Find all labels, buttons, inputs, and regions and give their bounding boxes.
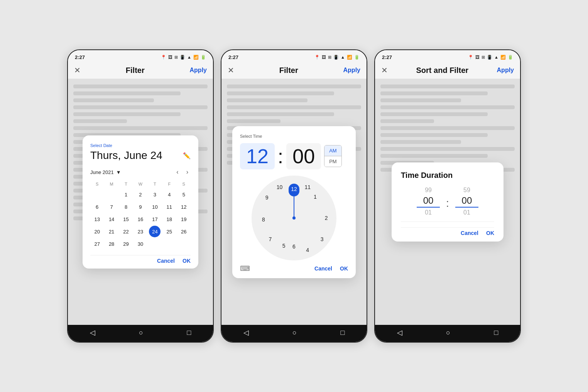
duration-row: 99 00 01 : 59 00 01 (401, 187, 494, 216)
cal-day-11[interactable]: 11 (164, 201, 175, 213)
cal-day-15[interactable]: 15 (120, 213, 132, 225)
time-cancel-button[interactable]: Cancel (314, 265, 332, 272)
time-ok-button[interactable]: OK (340, 265, 348, 272)
cal-day-24-selected[interactable]: 24 (149, 226, 161, 237)
calendar-dialog-actions: Cancel OK (90, 255, 191, 264)
prev-month-button[interactable]: ‹ (174, 168, 181, 176)
clock-num-11[interactable]: 11 (304, 184, 311, 190)
status-time-3: 2:27 (382, 54, 392, 60)
clock-num-2[interactable]: 2 (325, 215, 328, 221)
cal-day-22[interactable]: 22 (120, 226, 132, 237)
select-time-label: Select Time (240, 134, 348, 139)
signal-icon-2: 📶 (347, 55, 352, 60)
duration-value-minutes[interactable]: 00 (455, 195, 478, 208)
cal-day-20[interactable]: 20 (91, 226, 103, 237)
clock-num-4[interactable]: 4 (306, 247, 309, 253)
day-header-m: M (105, 180, 118, 188)
month-year-label[interactable]: June 2021 ▼ (90, 169, 121, 175)
close-button-2[interactable]: ✕ (228, 66, 234, 75)
cal-day-5[interactable]: 5 (178, 189, 189, 200)
cal-day-30[interactable]: 30 (135, 238, 146, 250)
cal-day-19[interactable]: 19 (178, 213, 189, 225)
day-header-w: W (133, 180, 147, 188)
am-button[interactable]: AM (324, 145, 341, 156)
time-hours-input[interactable]: 12 (240, 143, 275, 169)
cal-day-1[interactable]: 1 (120, 189, 132, 200)
cal-day-9[interactable]: 9 (135, 201, 146, 213)
recents-icon-2[interactable]: □ (340, 329, 345, 337)
cal-day-14[interactable]: 14 (106, 213, 117, 225)
battery-icon-3: 🔋 (508, 55, 513, 60)
duration-below-hours: 01 (425, 209, 432, 216)
clock-num-6[interactable]: 6 (292, 243, 296, 250)
back-icon-2[interactable]: ◁ (243, 328, 249, 337)
cal-day-12[interactable]: 12 (178, 201, 189, 213)
cal-day-13[interactable]: 13 (91, 213, 103, 225)
cal-day-10[interactable]: 10 (149, 201, 161, 213)
cal-day-2[interactable]: 2 (135, 189, 146, 200)
close-button-1[interactable]: ✕ (74, 66, 81, 75)
cal-day-empty (149, 238, 161, 250)
close-button-3[interactable]: ✕ (381, 66, 388, 75)
home-icon-1[interactable]: ○ (139, 329, 143, 337)
calendar-dialog: Select Date Thurs, June 24 ✏️ June 2021 … (83, 135, 198, 269)
apply-button-2[interactable]: Apply (343, 67, 360, 74)
pm-button[interactable]: PM (324, 156, 341, 167)
clock-num-7[interactable]: 7 (269, 236, 272, 242)
time-minutes-input[interactable]: 00 (286, 143, 321, 169)
recents-icon-3[interactable]: □ (494, 329, 498, 337)
duration-above-minutes: 59 (463, 187, 470, 194)
back-icon-3[interactable]: ◁ (397, 328, 402, 337)
cal-day-empty (178, 238, 189, 250)
duration-cancel-button[interactable]: Cancel (461, 230, 478, 236)
cal-day-4[interactable]: 4 (164, 189, 175, 200)
apply-button-1[interactable]: Apply (190, 67, 207, 74)
keyboard-icon[interactable]: ⌨ (240, 264, 250, 273)
vibrate-icon-3: 📳 (487, 55, 492, 60)
battery-icon: 🔋 (201, 55, 206, 60)
home-icon-2[interactable]: ○ (292, 329, 297, 337)
cal-day-25[interactable]: 25 (164, 226, 175, 237)
clock-num-10[interactable]: 10 (277, 184, 283, 190)
next-month-button[interactable]: › (184, 168, 191, 176)
calendar-cancel-button[interactable]: Cancel (157, 258, 175, 264)
cal-day-23[interactable]: 23 (135, 226, 146, 237)
clock-num-5[interactable]: 5 (282, 243, 286, 249)
cal-day-17[interactable]: 17 (149, 213, 161, 225)
cal-day-27[interactable]: 27 (91, 238, 103, 250)
day-header-s1: S (90, 180, 104, 188)
status-icons-1: 📍 🖼 ⊞ 📳 ▲ 📶 🔋 (161, 55, 206, 60)
calendar-ok-button[interactable]: OK (182, 258, 191, 264)
edit-icon[interactable]: ✏️ (183, 152, 191, 159)
phone-sort-filter: 2:27 📍 🖼 ⊞ 📳 ▲ 📶 🔋 ✕ Sort and Filter App… (374, 49, 521, 343)
status-bar-2: 2:27 📍 🖼 ⊞ 📳 ▲ 📶 🔋 (221, 50, 367, 63)
back-icon-1[interactable]: ◁ (90, 328, 95, 337)
time-dialog-overlay: Select Time 12 : 00 AM PM (221, 79, 367, 325)
cal-day-29[interactable]: 29 (120, 238, 132, 250)
select-date-label: Select Date (90, 143, 191, 148)
cal-day-28[interactable]: 28 (106, 238, 117, 250)
image-icon: 🖼 (168, 55, 172, 59)
home-icon-3[interactable]: ○ (446, 329, 450, 337)
cal-day-3[interactable]: 3 (149, 189, 161, 200)
recents-icon-1[interactable]: □ (187, 329, 191, 337)
duration-ok-button[interactable]: OK (486, 230, 494, 236)
clock-num-1[interactable]: 1 (314, 194, 317, 200)
clock-num-3[interactable]: 3 (321, 236, 324, 242)
duration-value-hours[interactable]: 00 (417, 195, 440, 208)
cal-day-16[interactable]: 16 (135, 213, 146, 225)
cal-day-21[interactable]: 21 (106, 226, 117, 237)
cal-day-6[interactable]: 6 (91, 201, 103, 213)
cal-day-26[interactable]: 26 (178, 226, 189, 237)
location-icon: 📍 (161, 55, 166, 60)
day-header-t1: T (119, 180, 133, 188)
clock-num-9[interactable]: 9 (265, 194, 269, 201)
calendar-big-date: Thurs, June 24 (90, 149, 162, 162)
cal-day-7[interactable]: 7 (106, 201, 117, 213)
cal-day-8[interactable]: 8 (120, 201, 132, 213)
clock-num-12[interactable]: 12 (289, 184, 299, 194)
cal-day-18[interactable]: 18 (164, 213, 175, 225)
clock-num-8[interactable]: 8 (262, 216, 265, 223)
apply-button-3[interactable]: Apply (497, 67, 514, 74)
nav-arrows: ‹ › (174, 168, 191, 176)
